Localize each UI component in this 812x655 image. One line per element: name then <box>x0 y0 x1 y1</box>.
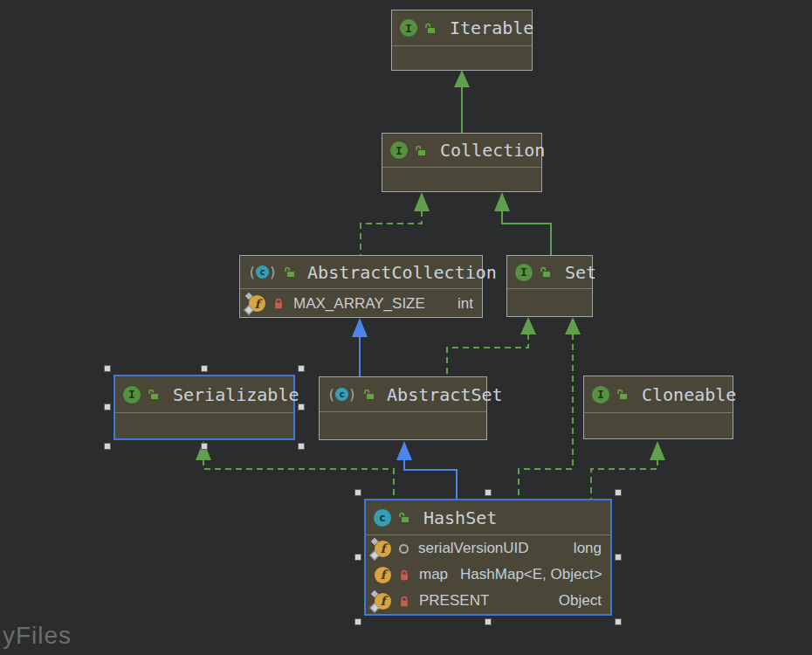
field-row-max-array-size[interactable]: f MAX_ARRAY_SIZE int <box>240 289 482 318</box>
edge-abstractset-implements-set[interactable] <box>447 317 536 376</box>
interface-icon: I <box>390 141 408 159</box>
private-lock-icon <box>273 298 284 309</box>
diagram-canvas[interactable]: I Iterable I Collection (c) AbstractColl… <box>0 0 812 655</box>
edge-hashset-extends-abstractset[interactable] <box>396 441 457 499</box>
field-name: PRESENT <box>419 592 489 610</box>
public-open-lock-icon <box>398 512 409 523</box>
class-node-abstract-collection[interactable]: (c) AbstractCollection f MAX_ARRAY_SIZE … <box>239 255 483 318</box>
selection-handle[interactable] <box>201 443 208 450</box>
field-row-map[interactable]: f map HashMap<E, Object> <box>366 562 610 588</box>
selection-handle[interactable] <box>615 618 622 625</box>
yfiles-watermark: yFiles <box>3 622 72 650</box>
class-name: Collection <box>440 140 545 161</box>
interface-icon: I <box>123 386 141 403</box>
private-lock-icon <box>399 596 409 607</box>
edge-abstractcollection-implements-collection[interactable] <box>361 192 430 255</box>
class-node-serializable[interactable]: I Serializable <box>114 375 295 440</box>
class-node-cloneable[interactable]: I Cloneable <box>583 376 733 439</box>
field-name: MAX_ARRAY_SIZE <box>293 295 425 313</box>
field-type: HashMap<E, Object> <box>460 566 602 583</box>
field-name: serialVersionUID <box>418 540 529 557</box>
interface-icon: I <box>592 386 609 403</box>
class-name: HashSet <box>423 507 497 528</box>
public-open-lock-icon <box>616 389 628 400</box>
selection-handle[interactable] <box>615 554 622 561</box>
class-name: Cloneable <box>642 384 736 405</box>
class-node-abstract-set[interactable]: (c) AbstractSet <box>319 376 487 440</box>
field-row-present[interactable]: f PRESENT Object <box>366 588 610 614</box>
selection-handle[interactable] <box>354 489 361 496</box>
class-name: AbstractSet <box>387 384 502 405</box>
selection-handle[interactable] <box>201 365 208 372</box>
class-icon: c <box>374 509 391 527</box>
class-name: Set <box>565 262 596 283</box>
selection-handle[interactable] <box>298 403 305 410</box>
field-type: int <box>458 295 473 313</box>
package-private-icon <box>399 544 409 554</box>
selection-handle[interactable] <box>298 365 305 372</box>
public-open-lock-icon <box>363 389 375 400</box>
selection-handle[interactable] <box>104 365 111 372</box>
edge-hashset-implements-cloneable[interactable] <box>591 441 665 499</box>
edge-abstractset-extends-abstractcollection[interactable] <box>352 318 368 376</box>
static-final-field-icon: f <box>249 295 265 312</box>
selection-handle[interactable] <box>298 443 305 450</box>
edge-collection-extends-iterable[interactable] <box>454 70 470 133</box>
class-name: AbstractCollection <box>307 262 497 283</box>
public-open-lock-icon <box>284 266 295 278</box>
field-name: map <box>419 566 448 583</box>
edge-set-extends-collection[interactable] <box>494 192 551 255</box>
class-name: Iterable <box>450 17 533 38</box>
public-open-lock-icon <box>540 266 551 278</box>
class-node-iterable[interactable]: I Iterable <box>391 10 533 71</box>
field-icon: f <box>375 567 391 583</box>
field-type: long <box>574 540 602 557</box>
selection-handle[interactable] <box>485 489 492 496</box>
field-row-serialversionuid[interactable]: f serialVersionUID long <box>366 535 610 562</box>
class-node-set[interactable]: I Set <box>506 255 593 317</box>
class-node-hashset[interactable]: c HashSet f serialVersionUID long f map … <box>364 499 612 616</box>
interface-icon: I <box>400 19 417 37</box>
static-final-field-icon: f <box>375 593 391 610</box>
class-node-collection[interactable]: I Collection <box>382 133 542 192</box>
selection-handle[interactable] <box>104 403 111 410</box>
selection-handle[interactable] <box>485 618 492 625</box>
static-final-field-icon: f <box>375 541 391 557</box>
selection-handle[interactable] <box>354 618 361 625</box>
public-open-lock-icon <box>424 23 436 34</box>
edge-hashset-implements-serializable[interactable] <box>196 441 394 499</box>
public-open-lock-icon <box>415 145 426 156</box>
public-open-lock-icon <box>148 389 159 400</box>
selection-handle[interactable] <box>354 554 361 561</box>
abstract-class-icon: (c) <box>248 265 277 280</box>
private-lock-icon <box>399 569 409 581</box>
selection-handle[interactable] <box>615 489 622 496</box>
class-name: Serializable <box>173 384 299 405</box>
selection-handle[interactable] <box>104 443 111 450</box>
abstract-class-icon: (c) <box>327 387 356 403</box>
interface-icon: I <box>515 264 533 281</box>
field-type: Object <box>559 592 602 610</box>
